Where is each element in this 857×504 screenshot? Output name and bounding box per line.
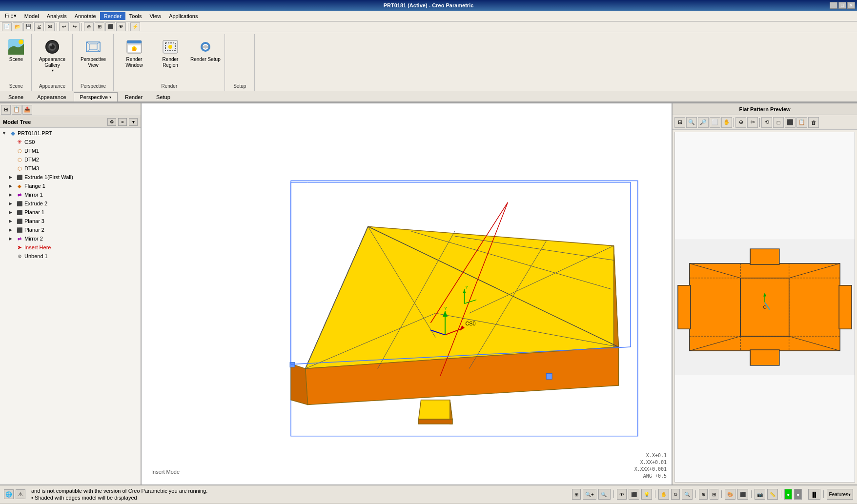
appearance-gallery-dropdown-arrow: ▾ (52, 68, 54, 73)
subtab-setup[interactable]: Setup (150, 92, 177, 101)
ribbon: Scene Scene A (0, 32, 857, 91)
menu-model[interactable]: Model (20, 12, 43, 20)
extra-btn[interactable]: ⚡ (130, 22, 140, 31)
email-btn[interactable]: ✉ (45, 22, 55, 31)
view-btn[interactable]: 👁 (116, 22, 126, 31)
fpp-zoom-out-btn[interactable]: 🔎 (698, 117, 709, 128)
scene-button[interactable]: Scene (4, 36, 28, 63)
tree-item-flange1[interactable]: ▶ ◆ Flange 1 (0, 181, 141, 190)
status-icon-2[interactable]: ⚠ (16, 489, 25, 499)
transform-btn[interactable]: ⊕ (699, 489, 708, 500)
tree-label-flange1: Flange 1 (24, 183, 45, 189)
new-btn[interactable]: 📄 (2, 22, 12, 31)
menu-analysis[interactable]: Analysis (43, 12, 71, 20)
tree-columns-btn[interactable]: ≡ (118, 118, 127, 126)
status-icon-1[interactable]: 🌐 (4, 489, 14, 499)
app-title: PRT0181 (Active) - Creo Parametric (384, 2, 474, 8)
perspective-view-button[interactable]: Perspective View (76, 36, 110, 69)
menu-file[interactable]: File▾ (1, 12, 20, 20)
tree-item-insert-here[interactable]: ➤ Insert Here (0, 243, 141, 252)
tree-item-dtm1[interactable]: ⬡ DTM1 (0, 146, 141, 155)
tree-item-mirror2[interactable]: ▶ ⇄ Mirror 2 (0, 234, 141, 243)
save-img-btn[interactable]: 📷 (755, 489, 765, 500)
fpp-fill-btn[interactable]: ⬛ (785, 117, 796, 128)
menu-render[interactable]: Render (100, 12, 125, 20)
fpp-fit-btn[interactable]: ⊞ (674, 117, 685, 128)
fpp-zoom-in-btn[interactable]: 🔍 (686, 117, 697, 128)
measure-btn[interactable]: 📏 (767, 489, 778, 500)
fpp-frame-btn[interactable]: □ (773, 117, 784, 128)
dim-btn[interactable]: ⊕ (84, 22, 94, 31)
tree-item-planar3[interactable]: ▶ ⬛ Planar 3 (0, 217, 141, 225)
fpp-copy-btn[interactable]: 📋 (796, 117, 807, 128)
fpp-cut-btn[interactable]: ✂ (747, 117, 758, 128)
fpp-pan-btn[interactable]: ✋ (721, 117, 732, 128)
flat-pattern-viewport[interactable] (674, 132, 855, 483)
lights-btn[interactable]: 💡 (641, 489, 652, 500)
view-mode-btn[interactable]: 👁 (617, 489, 627, 500)
tree-settings-btn[interactable]: ⚙ (107, 118, 116, 126)
tree-item-root[interactable]: ▼ ◆ PRT0181.PRT (0, 129, 141, 138)
sidebar-toggle-btn[interactable]: ▐▌ (808, 489, 820, 500)
fpp-delete-btn[interactable]: 🗑 (808, 117, 819, 128)
open-btn[interactable]: 📂 (13, 22, 22, 31)
render-setup-button[interactable]: Render Setup (189, 36, 222, 63)
tree-toolbar-btn2[interactable]: 📋 (12, 105, 21, 115)
menu-view[interactable]: View (145, 12, 165, 20)
undo-btn[interactable]: ↩ (59, 22, 69, 31)
snap-btn[interactable]: ⊞ (710, 489, 718, 500)
pan-btn[interactable]: ✋ (658, 489, 669, 500)
close-button[interactable]: × (847, 2, 855, 9)
menu-annotate[interactable]: Annotate (71, 12, 100, 20)
tree-filter-btn[interactable]: ▾ (129, 118, 138, 126)
tree-item-cs0[interactable]: ✳ CS0 (0, 138, 141, 146)
fpp-rotate-btn[interactable]: ⟲ (761, 117, 772, 128)
geom-btn[interactable]: ⬛ (105, 22, 115, 31)
display-mode-btn[interactable]: ⬛ (629, 489, 639, 500)
tree-item-planar1[interactable]: ▶ ⬛ Planar 1 (0, 208, 141, 217)
features-dropdown[interactable]: Features ▾ (827, 489, 853, 500)
tree-toolbar-btn3[interactable]: 📤 (22, 105, 32, 115)
render-mode-btn[interactable]: 🎨 (725, 489, 735, 500)
fpp-extra-btn1[interactable]: ⊕ (735, 117, 746, 128)
fpp-sep1 (734, 118, 734, 127)
tree-toolbar-btn1[interactable]: ⊞ (1, 105, 11, 115)
rotate-btn[interactable]: ↻ (671, 489, 680, 500)
minimize-button[interactable]: _ (830, 2, 837, 9)
btb-sep6 (781, 490, 781, 498)
tree-item-dtm3[interactable]: ⬡ DTM3 (0, 164, 141, 173)
tree-item-unbend1[interactable]: ⚙ Unbend 1 (0, 252, 141, 261)
zoom-out-btn[interactable]: 🔍- (598, 489, 611, 500)
subtab-perspective[interactable]: Perspective ▾ (74, 92, 118, 101)
tree-item-dtm2[interactable]: ⬡ DTM2 (0, 155, 141, 164)
save-btn[interactable]: 💾 (23, 22, 33, 31)
window-controls: _ □ × (830, 2, 855, 9)
maximize-button[interactable]: □ (838, 2, 846, 9)
zoom-fit-btn[interactable]: ⊞ (572, 489, 581, 500)
tree-item-extrude1[interactable]: ▶ ⬛ Extrude 1(First Wall) (0, 173, 141, 181)
zoom-in-btn[interactable]: 🔍+ (583, 489, 596, 500)
fpp-box-btn[interactable]: ⬜ (710, 117, 720, 128)
main-content: ⊞ 📋 📤 Model Tree ⚙ ≡ ▾ ▼ ◆ PRT0181.PRT (0, 103, 857, 484)
svg-point-1 (19, 40, 23, 44)
tree-item-planar2[interactable]: ▶ ⬛ Planar 2 (0, 225, 141, 234)
menu-tools[interactable]: Tools (125, 12, 146, 20)
ref-btn[interactable]: ⊞ (95, 22, 104, 31)
render-region-button[interactable]: Render Region (153, 36, 187, 69)
menu-applications[interactable]: Applications (165, 12, 202, 20)
render-window-button[interactable]: Render Window (117, 36, 151, 69)
print-btn[interactable]: 🖨 (34, 22, 44, 31)
tree-item-mirror1[interactable]: ▶ ⇄ Mirror 1 (0, 190, 141, 199)
appearance-gallery-button[interactable]: Appearance Gallery ▾ (35, 36, 69, 74)
ribbon-group-scene: Scene Scene (1, 34, 32, 91)
tree-icon-unbend1: ⚙ (16, 252, 23, 260)
subtab-render[interactable]: Render (119, 92, 149, 101)
tree-item-extrude2[interactable]: ▶ ⬛ Extrude 2 (0, 199, 141, 208)
quality-btn[interactable]: ⬛ (737, 489, 748, 500)
svg-marker-63 (690, 263, 840, 351)
subtab-appearance[interactable]: Appearance (31, 92, 72, 101)
subtab-scene[interactable]: Scene (2, 92, 30, 101)
viewport[interactable]: CS0 Y Y Insert Mode (142, 103, 672, 484)
zoom-btn[interactable]: 🔍 (682, 489, 693, 500)
redo-btn[interactable]: ↪ (70, 22, 80, 31)
